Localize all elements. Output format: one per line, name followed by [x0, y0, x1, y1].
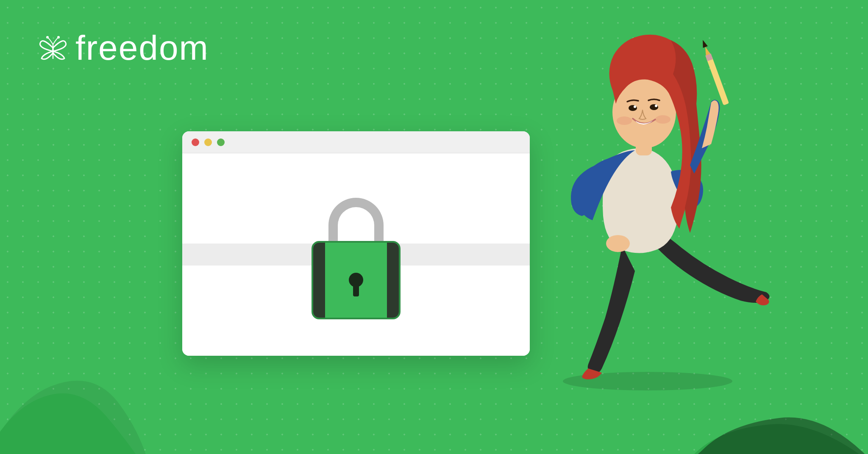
lock-body — [312, 241, 401, 319]
logo-area: freedom — [38, 30, 209, 65]
page-background: freedom — [0, 0, 868, 454]
svg-marker-15 — [700, 39, 707, 48]
svg-rect-12 — [706, 55, 729, 105]
svg-point-2 — [57, 36, 60, 39]
woman-illustration — [504, 13, 792, 394]
svg-point-8 — [634, 105, 636, 108]
svg-point-11 — [655, 115, 670, 124]
lock-keyhole — [349, 273, 363, 287]
butterfly-icon — [38, 35, 68, 61]
browser-maximize-dot — [217, 138, 225, 146]
browser-window — [182, 131, 530, 356]
blob-left — [0, 318, 153, 454]
browser-titlebar — [182, 131, 530, 153]
brand-name: freedom — [75, 30, 209, 65]
svg-point-16 — [606, 235, 630, 252]
svg-point-1 — [46, 36, 49, 39]
svg-point-10 — [617, 116, 632, 125]
browser-close-dot — [192, 138, 199, 146]
browser-minimize-dot — [204, 138, 212, 146]
browser-content — [182, 153, 530, 356]
svg-point-9 — [655, 105, 657, 107]
lock-icon — [312, 190, 401, 319]
